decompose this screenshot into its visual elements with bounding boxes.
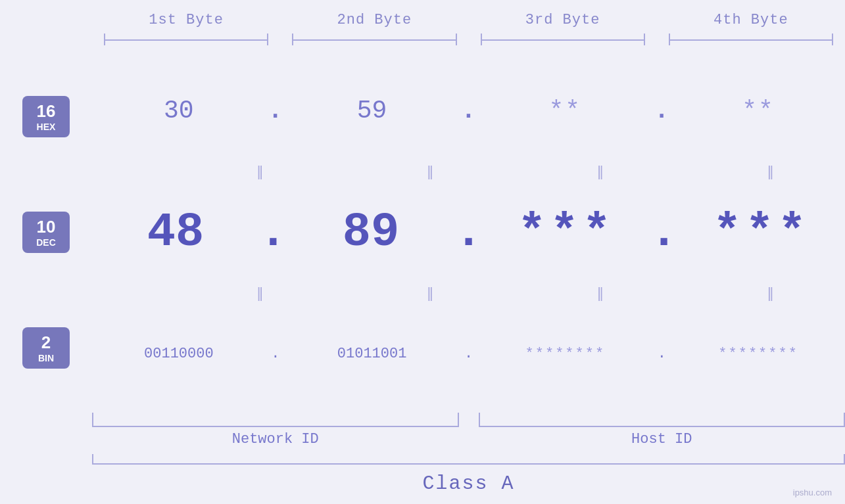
hex-b3: **	[549, 97, 582, 125]
byte-headers-row: 1st Byte 2nd Byte 3rd Byte 4th Byte	[0, 12, 845, 28]
bin-dot-3: .	[652, 346, 671, 362]
bin-row: 00110000 . 01011001 . ******** . *******…	[92, 302, 845, 406]
bin-badge: 2 BIN	[22, 327, 70, 369]
class-bracket	[92, 454, 845, 465]
eq1-b1: ||	[184, 163, 335, 180]
main-container: 1st Byte 2nd Byte 3rd Byte 4th Byte 16 H…	[0, 0, 845, 504]
content-area: 16 HEX 10 DEC 2 BIN 30 . 59	[0, 52, 845, 413]
hex-label: HEX	[25, 122, 67, 132]
eq1-b2-sign: ||	[427, 163, 431, 180]
id-labels-row: Network ID Host ID	[92, 431, 845, 447]
eq2-b3-sign: ||	[597, 285, 602, 302]
bracket-2	[292, 34, 456, 45]
network-bracket	[92, 413, 459, 427]
network-id-label: Network ID	[92, 431, 459, 447]
class-bracket-row	[92, 454, 845, 465]
dec-dot-2: .	[454, 206, 483, 260]
equals-row-1: || || || ||	[92, 163, 845, 180]
hex-row: 30 . 59 . ** . **	[92, 58, 845, 163]
eq1-b3: ||	[525, 163, 675, 180]
byte-header-2: 2nd Byte	[280, 12, 468, 28]
hex-b1: 30	[164, 97, 194, 125]
hex-b1-cell: 30	[92, 97, 266, 125]
hex-b4: **	[742, 97, 775, 125]
hex-b2: 59	[357, 97, 387, 125]
bin-b2-cell: 01011001	[285, 346, 459, 362]
watermark: ipshu.com	[793, 488, 832, 497]
class-label-row: Class A	[92, 467, 845, 497]
dec-num: 10	[25, 217, 67, 237]
dec-b4-cell: ***	[678, 206, 845, 260]
bin-b3: ********	[525, 346, 606, 362]
bin-b1: 00110000	[144, 346, 214, 362]
eq2-b1: ||	[184, 285, 335, 302]
rows-area: 30 . 59 . ** . ** || ||	[92, 52, 845, 413]
bin-b4-cell: ********	[671, 346, 845, 362]
bin-b4: ********	[718, 346, 798, 362]
hex-dot-2: .	[459, 97, 479, 125]
equals-row-2: || || || ||	[92, 285, 845, 302]
bottom-section: Network ID Host ID Class A	[0, 413, 845, 497]
id-brackets-row	[92, 413, 845, 427]
bracket-4	[669, 34, 833, 45]
hex-badge: 16 HEX	[22, 96, 70, 137]
dec-row: 48 . 89 . *** . ***	[92, 180, 845, 285]
labels-column: 16 HEX 10 DEC 2 BIN	[0, 52, 92, 413]
bin-dot-2: .	[459, 346, 479, 362]
bracket-1	[104, 34, 268, 45]
bin-num: 2	[25, 332, 67, 353]
dec-dot-1: .	[259, 206, 287, 260]
bin-dot-1: .	[266, 346, 285, 362]
dec-b1-cell: 48	[92, 206, 259, 260]
bracket-3	[481, 34, 645, 45]
hex-dot-3: .	[652, 97, 671, 125]
eq2-b3: ||	[525, 285, 675, 302]
eq1-b4-sign: ||	[767, 163, 772, 180]
bin-label: BIN	[25, 353, 67, 363]
host-id-label: Host ID	[479, 431, 846, 447]
dec-badge: 10 DEC	[22, 212, 70, 253]
byte-header-1: 1st Byte	[92, 12, 280, 28]
eq1-b4: ||	[694, 163, 845, 180]
eq2-b1-sign: ||	[257, 285, 262, 302]
dec-dot-3: .	[650, 206, 678, 260]
header-bracket-row	[0, 34, 845, 45]
class-label: Class A	[422, 472, 514, 495]
eq2-b4: ||	[694, 285, 845, 302]
bin-b3-cell: ********	[479, 346, 652, 362]
dec-b2: 89	[343, 206, 399, 260]
hex-b2-cell: 59	[285, 97, 459, 125]
dec-b2-cell: 89	[287, 206, 454, 260]
dec-b3: ***	[518, 206, 615, 260]
eq2-b4-sign: ||	[767, 285, 772, 302]
hex-dot-1: .	[266, 97, 285, 125]
bin-b1-cell: 00110000	[92, 346, 266, 362]
dec-label: DEC	[25, 237, 67, 248]
dec-b4: ***	[713, 206, 810, 260]
dec-b1: 48	[147, 206, 204, 260]
eq1-b1-sign: ||	[257, 163, 262, 180]
bin-b2: 01011001	[337, 346, 407, 362]
eq1-b2: ||	[354, 163, 505, 180]
byte-header-3: 3rd Byte	[469, 12, 657, 28]
dec-b3-cell: ***	[483, 206, 650, 260]
hex-b4-cell: **	[671, 97, 845, 125]
byte-header-4: 4th Byte	[657, 12, 845, 28]
eq2-b2: ||	[354, 285, 505, 302]
hex-num: 16	[25, 101, 67, 122]
eq2-b2-sign: ||	[427, 285, 431, 302]
eq1-b3-sign: ||	[597, 163, 602, 180]
hex-b3-cell: **	[479, 97, 652, 125]
host-bracket	[479, 413, 846, 427]
